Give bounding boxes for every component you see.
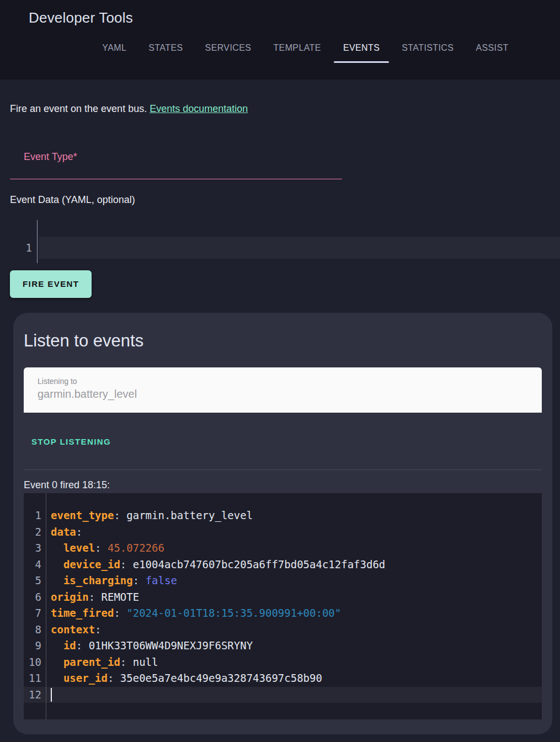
page-title: Developer Tools — [0, 0, 560, 26]
editor-line-number: 1 — [10, 237, 37, 259]
code-line-number: 5 — [24, 573, 46, 589]
code-line-2: 2data: — [24, 524, 542, 541]
code-line-11: 11user_id: 35e0e5a7e4bc49e9a328743697c58… — [24, 670, 542, 687]
event-code-rows: 1event_type: garmin.battery_level2data:3… — [24, 508, 542, 703]
code-line-number: 10 — [24, 654, 46, 671]
code-line-number: 3 — [24, 540, 46, 557]
code-line-10: 10parent_id: null — [24, 654, 542, 671]
events-documentation-link[interactable]: Events documentation — [150, 103, 248, 114]
code-line-3: 3level: 45.072266 — [24, 540, 542, 557]
code-line-12: 12 — [24, 687, 542, 703]
event-type-input[interactable]: Event Type* — [10, 139, 342, 179]
text-cursor — [51, 688, 52, 702]
code-line-number: 1 — [24, 508, 46, 524]
code-line-4: 4device_id: e1004acb747607bc205a6ff7bd05… — [24, 557, 542, 573]
fire-event-section: Fire an event on the event bus. Events d… — [0, 79, 560, 298]
code-line-number: 12 — [24, 687, 46, 703]
code-line-number: 7 — [24, 605, 46, 622]
tab-template[interactable]: TEMPLATE — [264, 35, 330, 63]
tab-services[interactable]: SERVICES — [196, 35, 261, 63]
card-divider — [24, 469, 542, 470]
editor-active-line — [39, 237, 560, 259]
code-line-5: 5is_charging: false — [24, 573, 542, 589]
code-line-7: 7time_fired: "2024-01-01T18:15:35.900991… — [24, 605, 542, 622]
code-line-number: 11 — [24, 670, 46, 687]
event-data-label: Event Data (YAML, optional) — [10, 194, 550, 206]
tab-statistics[interactable]: STATISTICS — [392, 35, 463, 63]
code-line-number: 4 — [24, 557, 46, 573]
event-type-label: Event Type* — [10, 139, 342, 163]
code-line-number: 9 — [24, 638, 46, 654]
code-line-9: 9id: 01HK33T06WW4D9NEXJ9F6SRYNY — [24, 638, 542, 654]
intro-text: Fire an event on the event bus. Events d… — [10, 79, 550, 115]
listening-to-value: garmin.battery_level — [38, 388, 542, 401]
intro-description: Fire an event on the event bus. — [10, 103, 147, 114]
tab-states[interactable]: STATES — [139, 35, 192, 63]
code-line-number: 6 — [24, 589, 46, 606]
code-line-8: 8context: — [24, 622, 542, 638]
tab-yaml[interactable]: YAML — [93, 35, 136, 63]
code-line-number: 8 — [24, 622, 46, 638]
code-line-1: 1event_type: garmin.battery_level — [24, 508, 542, 524]
code-line-6: 6origin: REMOTE — [24, 589, 542, 606]
event-fired-header: Event 0 fired 18:15: — [24, 479, 542, 491]
app-header: Developer Tools YAMLSTATESSERVICESTEMPLA… — [0, 0, 560, 79]
event-data-editor[interactable]: 1 — [10, 220, 560, 263]
editor-gutter: 1 — [10, 220, 38, 263]
fire-event-button[interactable]: FIRE EVENT — [10, 270, 92, 298]
listening-to-input[interactable]: Listening to garmin.battery_level — [24, 367, 542, 413]
tab-assist[interactable]: ASSIST — [466, 35, 518, 63]
listening-to-label: Listening to — [38, 377, 542, 386]
tab-bar: YAMLSTATESSERVICESTEMPLATEEVENTSSTATISTI… — [0, 35, 560, 63]
tab-events[interactable]: EVENTS — [334, 35, 389, 63]
code-line-number: 2 — [24, 524, 46, 541]
listen-card-title: Listen to events — [24, 313, 542, 351]
event-output-code[interactable]: 1event_type: garmin.battery_level2data:3… — [24, 493, 542, 719]
stop-listening-button[interactable]: STOP LISTENING — [31, 437, 111, 446]
listen-to-events-card: Listen to events Listening to garmin.bat… — [13, 313, 552, 734]
